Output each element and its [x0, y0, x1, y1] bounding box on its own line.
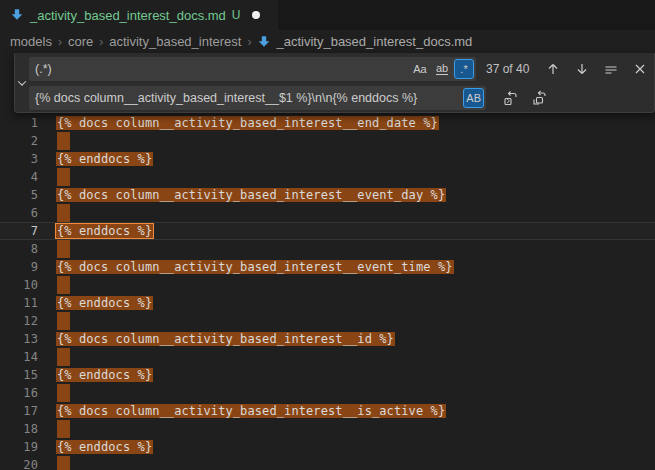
chevron-down-icon: [15, 76, 29, 90]
line-number: 19: [0, 438, 38, 456]
preserve-case-toggle[interactable]: AB: [463, 88, 484, 108]
find-input[interactable]: [35, 57, 408, 81]
code-line-6[interactable]: 6: [0, 204, 655, 222]
code-line-4[interactable]: 4: [0, 168, 655, 186]
whole-word-toggle[interactable]: ab: [432, 59, 452, 79]
find-match: {% enddocs %}: [56, 368, 153, 382]
line-content: [38, 384, 70, 402]
tab-active-file[interactable]: _activity_based_interest_docs.md U: [0, 0, 278, 30]
line-number: 4: [0, 168, 38, 186]
find-in-selection-button[interactable]: [600, 58, 622, 80]
find-match-stub: [57, 312, 70, 330]
line-content: [38, 456, 70, 470]
regex-toggle[interactable]: .*: [454, 59, 474, 79]
code-line-3[interactable]: 3{% enddocs %}: [0, 150, 655, 168]
replace-all-button[interactable]: [529, 87, 551, 109]
code-line-15[interactable]: 15{% enddocs %}: [0, 366, 655, 384]
code-line-13[interactable]: 13{% docs column__activity_based_interes…: [0, 330, 655, 348]
code-line-7[interactable]: 7{% enddocs %}: [0, 222, 655, 240]
code-line-17[interactable]: 17{% docs column__activity_based_interes…: [0, 402, 655, 420]
line-content: [38, 168, 70, 186]
regex-label: .*: [460, 63, 467, 75]
git-status-badge: U: [232, 8, 241, 22]
replace-icon: [503, 90, 519, 106]
find-match: {% docs column__activity_based_interest_…: [56, 116, 439, 130]
line-content: {% enddocs %}: [38, 150, 152, 168]
line-number: 16: [0, 384, 38, 402]
markdown-file-icon: [10, 8, 24, 22]
match-case-label: Aa: [413, 63, 426, 75]
line-number: 20: [0, 456, 38, 470]
line-content: {% docs column__activity_based_interest_…: [38, 114, 438, 132]
replace-button[interactable]: [500, 87, 522, 109]
find-match-stub: [57, 384, 70, 402]
code-line-9[interactable]: 9{% docs column__activity_based_interest…: [0, 258, 655, 276]
replace-input[interactable]: [35, 86, 461, 110]
code-line-12[interactable]: 12: [0, 312, 655, 330]
code-line-8[interactable]: 8: [0, 240, 655, 258]
line-content: {% docs column__activity_based_interest_…: [38, 186, 445, 204]
arrow-up-icon: [545, 61, 561, 77]
line-content: {% docs column__activity_based_interest_…: [38, 402, 445, 420]
line-number: 11: [0, 294, 38, 312]
markdown-file-icon: [257, 35, 271, 49]
replace-all-icon: [532, 90, 548, 106]
modified-dot-indicator[interactable]: [252, 11, 260, 19]
breadcrumb-item-activity-based-interest[interactable]: activity_based_interest: [109, 34, 241, 49]
code-line-1[interactable]: 1{% docs column__activity_based_interest…: [0, 114, 655, 132]
close-find-button[interactable]: [629, 58, 651, 80]
find-match-stub: [57, 456, 70, 470]
code-lines: 1{% docs column__activity_based_interest…: [0, 114, 655, 470]
find-match-stub: [57, 420, 70, 438]
code-line-5[interactable]: 5{% docs column__activity_based_interest…: [0, 186, 655, 204]
tab-filename: _activity_based_interest_docs.md: [30, 8, 226, 23]
line-content: {% enddocs %}: [38, 222, 152, 240]
find-replace-widget: Aa ab .* 37 of 40: [14, 53, 655, 113]
code-line-11[interactable]: 11{% enddocs %}: [0, 294, 655, 312]
find-match: {% enddocs %}: [56, 296, 153, 310]
editor[interactable]: Aa ab .* 37 of 40: [0, 53, 655, 470]
breadcrumb-separator: ›: [58, 35, 62, 49]
line-content: [38, 420, 70, 438]
line-number: 6: [0, 204, 38, 222]
replace-input-box: AB: [29, 86, 486, 110]
line-number: 13: [0, 330, 38, 348]
line-number: 15: [0, 366, 38, 384]
line-content: [38, 348, 70, 366]
find-match-stub: [57, 132, 70, 150]
breadcrumb-item-file[interactable]: _activity_based_interest_docs.md: [257, 34, 472, 49]
code-line-18[interactable]: 18: [0, 420, 655, 438]
breadcrumb-item-core[interactable]: core: [68, 34, 93, 49]
find-match: {% enddocs %}: [56, 440, 153, 454]
code-line-19[interactable]: 19{% enddocs %}: [0, 438, 655, 456]
breadcrumb-item-models[interactable]: models: [10, 34, 52, 49]
line-content: {% docs column__activity_based_interest_…: [38, 258, 453, 276]
line-content: {% enddocs %}: [38, 438, 152, 456]
tab-strip-empty: [278, 0, 655, 30]
match-case-toggle[interactable]: Aa: [410, 59, 430, 79]
match-count: 37 of 40: [486, 62, 529, 76]
line-number: 12: [0, 312, 38, 330]
current-find-match: {% enddocs %}: [56, 224, 153, 238]
line-number: 14: [0, 348, 38, 366]
line-number: 3: [0, 150, 38, 168]
next-match-button[interactable]: [571, 58, 593, 80]
tab-bar: _activity_based_interest_docs.md U: [0, 0, 655, 30]
code-area[interactable]: 1{% docs column__activity_based_interest…: [0, 53, 655, 470]
previous-match-button[interactable]: [542, 58, 564, 80]
code-line-10[interactable]: 10: [0, 276, 655, 294]
find-match: {% enddocs %}: [56, 152, 153, 166]
selection-lines-icon: [603, 61, 619, 77]
breadcrumb-separator: ›: [99, 35, 103, 49]
find-match: {% docs column__activity_based_interest_…: [56, 260, 454, 274]
code-line-14[interactable]: 14: [0, 348, 655, 366]
code-line-2[interactable]: 2: [0, 132, 655, 150]
toggle-replace-button[interactable]: [15, 53, 29, 112]
code-line-20[interactable]: 20: [0, 456, 655, 470]
line-number: 9: [0, 258, 38, 276]
line-number: 17: [0, 402, 38, 420]
line-content: [38, 204, 70, 222]
code-line-16[interactable]: 16: [0, 384, 655, 402]
find-input-box: Aa ab .*: [29, 57, 476, 81]
close-icon: [632, 61, 648, 77]
